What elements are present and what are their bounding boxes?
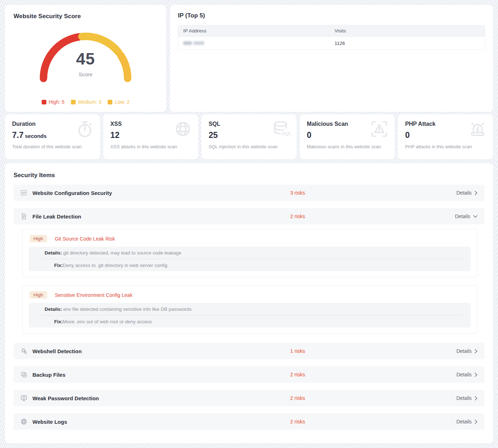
malicious-scan-subtitle: Malicious scans in this website scan bbox=[307, 144, 388, 149]
risk-detail-panel: Details:.env file detected containing se… bbox=[29, 303, 471, 328]
security-row-website-configuration[interactable]: Website Configuration Security 3 risks D… bbox=[14, 185, 484, 201]
security-row-file-leak-detection[interactable]: File Leak Detection 2 risks Details bbox=[14, 208, 484, 225]
security-items-title: Security Items bbox=[14, 172, 484, 179]
details-link[interactable]: Details bbox=[456, 348, 478, 354]
security-row-website-logs[interactable]: Website Logs 2 risks Details bbox=[14, 413, 484, 430]
chevron-right-icon bbox=[474, 419, 478, 424]
visits-column-header: Visits bbox=[335, 28, 485, 34]
severity-badge: High bbox=[30, 235, 47, 242]
details-link[interactable]: Details bbox=[456, 395, 478, 401]
risk-detail-panel: Details:.git directory detected, may lea… bbox=[29, 247, 471, 271]
details-link-expanded[interactable]: Details bbox=[455, 213, 478, 219]
redacted-ip-value bbox=[183, 41, 204, 45]
sql-stat-card: SQL 25 SQL injection in this website sca… bbox=[201, 114, 297, 159]
risk-count: 3 risks bbox=[290, 190, 456, 196]
duration-unit: seconds bbox=[25, 133, 47, 139]
security-items-card: Security Items Website Configuration Sec… bbox=[5, 163, 493, 443]
security-row-webshell-detection[interactable]: Webshell Detection 1 risks Details bbox=[14, 343, 484, 359]
risk-count: 2 risks bbox=[290, 372, 456, 377]
php-attack-value: 0 bbox=[405, 130, 410, 140]
legend-label-low: Low: 2 bbox=[115, 99, 129, 105]
security-row-label: Website Configuration Security bbox=[32, 190, 112, 196]
legend-label-high: High: 5 bbox=[49, 99, 65, 105]
risk-count: 2 risks bbox=[290, 213, 455, 219]
duration-stat-card: Duration 7.7seconds Total duration of th… bbox=[5, 114, 100, 159]
sql-value: 25 bbox=[209, 130, 218, 140]
score-card-title: Website Security Score bbox=[14, 13, 158, 20]
siren-icon bbox=[468, 119, 487, 140]
risk-fix-line: Fix:Deny access to .git directory in web… bbox=[37, 259, 462, 271]
legend-item-low: Low: 2 bbox=[108, 99, 129, 105]
security-score-value: 45 bbox=[36, 51, 135, 67]
ip-card-title: IP (Top 5) bbox=[178, 12, 485, 19]
php-attack-stat-card: PHP Attack 0 PHP attacks in this website… bbox=[398, 114, 493, 159]
ip-address-cell bbox=[178, 41, 335, 46]
php-attack-subtitle: PHP attacks in this website scan bbox=[405, 144, 486, 149]
gear-search-icon bbox=[20, 347, 27, 355]
legend-label-medium: Medium: 3 bbox=[78, 99, 101, 105]
security-row-label: Backup Files bbox=[32, 372, 66, 378]
legend-item-medium: Medium: 3 bbox=[71, 99, 101, 105]
legend-item-high: High: 5 bbox=[42, 99, 65, 105]
details-link[interactable]: Details bbox=[456, 190, 478, 196]
details-link[interactable]: Details bbox=[456, 372, 478, 377]
risk-count: 1 risks bbox=[290, 348, 456, 354]
website-security-score-card: Website Security Score 45 Score Hi bbox=[5, 5, 166, 112]
security-row-label: Weak Password Detection bbox=[32, 395, 99, 401]
security-score-gauge: 45 Score bbox=[36, 29, 135, 85]
chevron-down-icon bbox=[473, 215, 478, 218]
duration-subtitle: Total duration of this website scan bbox=[12, 144, 93, 149]
risk-item-env-config-leak: High Sensitive Environment Config Leak D… bbox=[22, 285, 477, 334]
security-score-label: Score bbox=[36, 71, 135, 77]
ip-table: IP Address Visits 1126 bbox=[178, 25, 485, 50]
malicious-scan-value: 0 bbox=[307, 130, 312, 140]
scan-stats-row: Duration 7.7seconds Total duration of th… bbox=[5, 114, 493, 159]
legend-swatch-high-icon bbox=[42, 100, 46, 104]
globe-icon bbox=[173, 119, 192, 140]
risk-count: 2 risks bbox=[290, 395, 456, 401]
security-row-backup-files[interactable]: Backup Files 2 risks Details bbox=[14, 366, 484, 383]
details-link[interactable]: Details bbox=[456, 419, 478, 424]
visits-cell: 1126 bbox=[335, 41, 485, 46]
ip-table-row[interactable]: 1126 bbox=[178, 37, 485, 50]
scan-warning-icon bbox=[370, 119, 389, 140]
malicious-scan-stat-card: Malicious Scan 0 Malicious scans in this… bbox=[300, 114, 395, 159]
database-sql-icon: SQL bbox=[272, 119, 291, 140]
stopwatch-icon bbox=[75, 119, 94, 140]
duration-value: 7.7 bbox=[12, 130, 24, 140]
file-leak-expanded-details: High Git Source Code Leak Risk Details:.… bbox=[22, 229, 477, 334]
risk-fix-line: Fix:Move .env out of web root or deny ac… bbox=[37, 315, 462, 328]
chevron-right-icon bbox=[474, 349, 478, 354]
xss-stat-card: XSS 12 XSS attacks in this website scan bbox=[103, 114, 199, 159]
score-legend: High: 5 Medium: 3 Low: 2 bbox=[14, 99, 158, 105]
security-row-label: File Leak Detection bbox=[32, 213, 81, 220]
globe-icon bbox=[20, 418, 27, 425]
risk-details-line: Details:.env file detected containing se… bbox=[37, 303, 462, 315]
chevron-right-icon bbox=[474, 396, 478, 401]
sql-subtitle: SQL injection in this website scan bbox=[209, 144, 289, 149]
ip-table-header: IP Address Visits bbox=[178, 25, 485, 37]
severity-badge: High bbox=[30, 291, 47, 299]
svg-text:SQL: SQL bbox=[282, 131, 291, 136]
security-scan-dashboard: Website Security Score 45 Score Hi bbox=[0, 0, 498, 443]
ip-top5-card: IP (Top 5) IP Address Visits 1126 bbox=[170, 5, 493, 112]
legend-swatch-medium-icon bbox=[71, 100, 76, 104]
risk-count: 2 risks bbox=[290, 419, 456, 424]
xss-subtitle: XSS attacks in this website scan bbox=[111, 144, 191, 149]
chevron-right-icon bbox=[474, 372, 478, 377]
security-row-label: Website Logs bbox=[32, 419, 67, 425]
monitor-shield-icon bbox=[20, 395, 27, 402]
legend-swatch-low-icon bbox=[108, 100, 112, 104]
risk-item-git-source-leak: High Git Source Code Leak Risk Details:.… bbox=[22, 229, 477, 277]
security-row-label: Webshell Detection bbox=[32, 348, 82, 354]
document-icon bbox=[20, 213, 27, 220]
backup-files-icon bbox=[20, 371, 27, 378]
security-row-weak-password[interactable]: Weak Password Detection 2 risks Details bbox=[14, 390, 484, 406]
code-icon bbox=[20, 189, 27, 196]
risk-title: Sensitive Environment Config Leak bbox=[55, 292, 133, 298]
ip-address-column-header: IP Address bbox=[178, 28, 335, 34]
risk-title: Git Source Code Leak Risk bbox=[55, 236, 115, 242]
xss-value: 12 bbox=[111, 130, 120, 140]
risk-details-line: Details:.git directory detected, may lea… bbox=[37, 247, 462, 259]
chevron-right-icon bbox=[474, 191, 478, 195]
